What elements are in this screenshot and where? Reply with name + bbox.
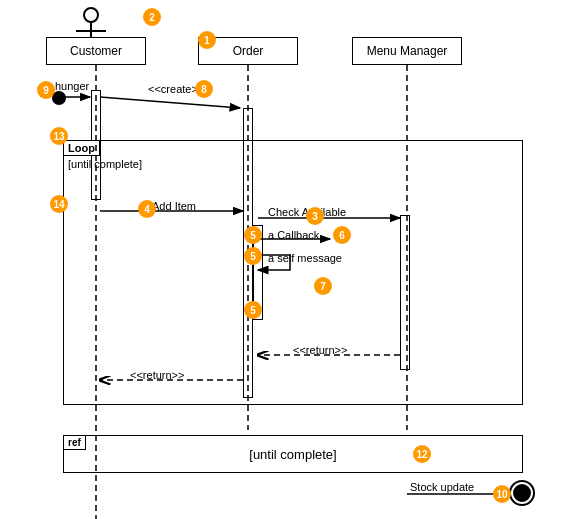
badge-6: 6 <box>333 226 351 244</box>
ref-frame: [until complete] <box>63 435 523 473</box>
badge-5c: 5 <box>244 301 262 319</box>
customer-label: Customer <box>70 44 122 58</box>
badge-5b: 5 <box>244 247 262 265</box>
badge-1: 1 <box>198 31 216 49</box>
order-label: Order <box>233 44 264 58</box>
loop-frame <box>63 140 523 405</box>
loop-label: [until complete] Loop <box>63 140 100 156</box>
badge-4: 4 <box>138 200 156 218</box>
stock-update-label: Stock update <box>410 481 474 493</box>
badge-13: 13 <box>50 127 68 145</box>
badge-2: 2 <box>143 8 161 26</box>
return2-label: <<return>> <box>130 369 184 381</box>
badge-8: 8 <box>195 80 213 98</box>
badge-7: 7 <box>314 277 332 295</box>
end-circle <box>513 484 531 502</box>
sequence-diagram: Customer Order Menu Manager hunger <<cre… <box>0 0 564 519</box>
self-message-label: a self message <box>268 252 342 264</box>
actor-customer-head <box>83 7 99 23</box>
badge-12: 12 <box>413 445 431 463</box>
actor-customer-arms <box>76 30 106 32</box>
ref-content-label: [until complete] <box>249 447 336 462</box>
menu-manager-box: Menu Manager <box>352 37 462 65</box>
badge-5a: 5 <box>244 226 262 244</box>
add-item-label: Add Item <box>152 200 196 212</box>
menu-manager-label: Menu Manager <box>367 44 448 58</box>
svg-line-4 <box>100 97 240 108</box>
badge-3: 3 <box>306 207 324 225</box>
badge-10: 10 <box>493 485 511 503</box>
badge-14: 14 <box>50 195 68 213</box>
badge-9: 9 <box>37 81 55 99</box>
loop-guard-label: [until complete] <box>68 158 142 170</box>
callback-label: a Callback <box>268 229 319 241</box>
customer-box: Customer <box>46 37 146 65</box>
hunger-label: hunger <box>55 80 89 92</box>
ref-tag: ref <box>63 435 86 450</box>
return1-label: <<return>> <box>293 344 347 356</box>
